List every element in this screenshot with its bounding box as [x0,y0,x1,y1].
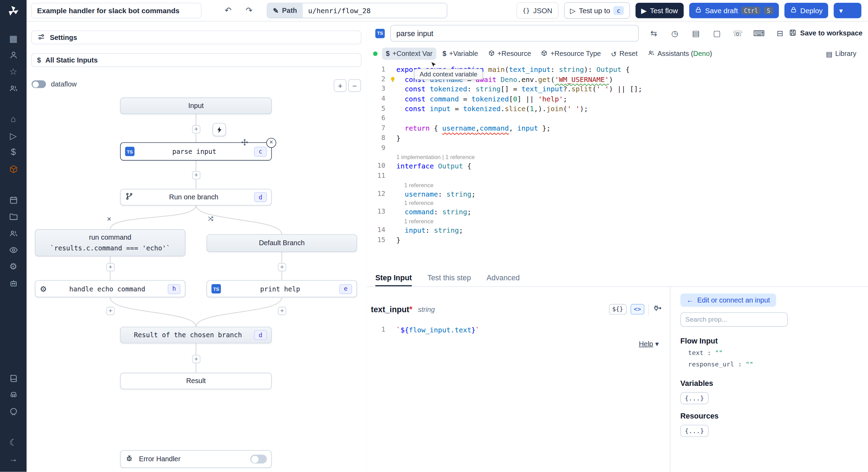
folders-icon[interactable] [0,208,27,225]
codelens-text[interactable]: 1 reference [397,181,434,189]
template-mode-toggle[interactable]: ${} [609,304,627,314]
add-context-var-button[interactable]: $ +Context Var [382,48,436,60]
deploy-dropdown-button[interactable]: ▾ [834,3,861,18]
add-resource-type-button[interactable]: +Resource Type [537,47,605,60]
save-draft-button[interactable]: Save draft Ctrl S [689,3,778,18]
flow-settings-row[interactable]: Settings [31,31,361,44]
node-result[interactable]: Result [120,373,272,389]
windmill-logo[interactable] [7,0,19,22]
remove-step-button[interactable]: × [266,138,276,148]
docs-icon[interactable] [0,370,27,387]
step-id-badge: h [168,284,181,294]
groups-icon[interactable] [0,80,27,97]
tab-advanced[interactable]: Advanced [486,274,520,287]
connect-input-icon[interactable] [653,304,662,315]
test-flow-button[interactable]: ▶ Test flow [635,3,683,18]
trigger-bolt-button[interactable] [212,123,226,136]
keyboard-icon[interactable]: ⌨ [752,26,766,40]
tab-step-input[interactable]: Step Input [375,274,412,287]
edit-or-connect-button[interactable]: ← Edit or connect an input [681,293,776,307]
favorites-icon[interactable]: ☆ [0,63,27,80]
user-icon[interactable] [0,47,27,63]
code-editor[interactable]: 1export async function main(text_input: … [366,62,868,271]
format-icon[interactable]: ⇆ [646,26,661,40]
prop-row-response-url[interactable]: response_url : "" [688,361,868,368]
add-step-button[interactable]: + [278,307,286,315]
add-step-button[interactable]: + [192,171,200,180]
reset-button[interactable]: ↺ Reset [607,47,641,60]
zoom-in-button[interactable]: + [334,79,347,92]
error-handler-toggle[interactable] [250,455,267,464]
schedules-icon[interactable] [0,192,27,208]
node-run-one-branch[interactable]: Run one branch d [120,189,272,206]
tab-test-this-step[interactable]: Test this step [427,274,471,287]
prop-row-text[interactable]: text : "" [688,349,868,356]
variables-expand-button[interactable]: {...} [681,392,709,404]
prop-search-input[interactable] [681,312,788,326]
deploy-button[interactable]: Deploy [784,3,828,18]
node-branch-result[interactable]: Result of the chosen branch d [120,327,272,343]
flow-title-input[interactable]: Example handler for slack bot commands [31,3,201,18]
lightbulb-icon[interactable] [389,75,396,84]
add-variable-button[interactable]: $ +Variable [439,48,482,60]
help-link[interactable]: Help ▾ [639,339,659,348]
worker-groups-icon[interactable] [0,275,27,291]
add-step-button[interactable]: + [278,263,286,271]
undo-button[interactable]: ↶ [222,4,235,17]
add-step-button[interactable]: + [106,307,115,315]
node-error-handler[interactable]: Error Handler [120,450,272,468]
audit-logs-icon[interactable] [0,241,27,258]
runs-icon[interactable]: ▷ [0,127,27,144]
assistants-button[interactable]: Assistants (Deno) [644,47,716,60]
add-step-button[interactable]: + [192,355,200,363]
theme-toggle-icon[interactable]: ☾ [0,434,27,451]
path-value[interactable]: u/henri/flow_28 [302,3,446,18]
window-icon[interactable]: ▢ [710,26,724,40]
language-server-status-dot [373,51,378,56]
redo-button[interactable]: ↷ [242,4,256,17]
home-icon[interactable]: ⌂ [0,111,27,127]
library-icon[interactable]: ▤ [688,26,703,40]
node-default-branch[interactable]: Default Branch [207,234,357,252]
step-name-input[interactable] [390,25,639,42]
dataflow-toggle[interactable] [32,80,46,88]
node-input[interactable]: Input [120,98,272,114]
arrow-left-icon: ← [686,296,693,304]
json-button[interactable]: {} JSON [516,2,558,19]
codelens-text[interactable]: 1 reference [397,217,434,225]
add-step-button[interactable]: + [106,263,115,271]
phone-icon[interactable]: ☏ [731,26,745,40]
discord-icon[interactable] [0,387,27,403]
resources-icon[interactable] [0,160,27,177]
workers-icon[interactable] [0,225,27,241]
library-button[interactable]: ▤ Library [822,47,860,60]
move-step-icon[interactable] [240,138,249,149]
add-step-button[interactable]: + [192,125,200,133]
flow-static-inputs-row[interactable]: $ All Static Inputs [31,53,361,67]
flow-canvas[interactable]: Settings $ All Static Inputs dataflow + … [27,21,367,472]
codelens-text[interactable]: 1 implementation | 1 reference [397,153,475,161]
code-mode-toggle[interactable]: <> [631,304,644,314]
zoom-out-button[interactable]: − [348,79,361,92]
expand-sidebar-icon[interactable]: → [0,451,27,467]
path-button[interactable]: ✎ Path [267,3,302,18]
node-print-help[interactable]: TS print help e [207,280,357,297]
add-resource-button[interactable]: +Resource [484,47,535,60]
node-branch-run-command[interactable]: run command `results.c.command === 'echo… [35,229,185,256]
swap-branches-icon[interactable] [207,215,215,225]
resources-expand-button[interactable]: {...} [681,425,709,437]
variables-icon[interactable]: $ [0,144,27,161]
arg-expression-editor[interactable]: 1`${flow_input.text}` [366,325,662,335]
codelens-text[interactable]: 1 reference [397,199,434,207]
github-icon[interactable] [0,403,27,420]
path-group[interactable]: ✎ Path u/henri/flow_28 [267,3,447,18]
dashboard-icon[interactable]: ▦ [0,30,27,47]
test-up-to-button[interactable]: ▷ Test up to c [564,2,630,19]
remove-branch-button[interactable]: × [107,214,111,223]
node-handle-echo-command[interactable]: ⚙ handle echo command h [35,280,185,297]
settings-icon[interactable]: ⚙ [0,258,27,275]
save-to-workspace-button[interactable]: Save to workspace [789,28,862,38]
glyph-margin [389,124,396,133]
metrics-icon[interactable]: ◷ [668,26,682,40]
history-icon[interactable]: ⊟ [773,26,787,40]
